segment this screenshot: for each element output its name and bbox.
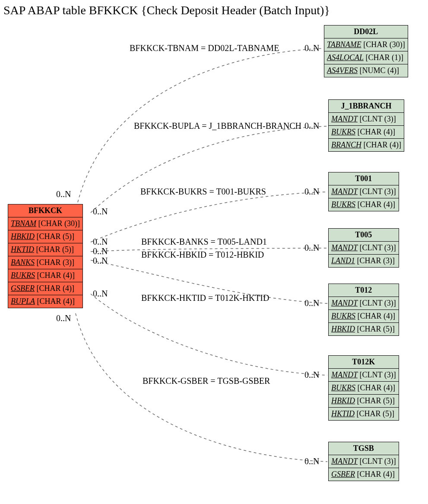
table-row: HBKID [CHAR (5)]: [329, 395, 399, 408]
target-table-t012k: T012KMANDT [CLNT (3)]BUKRS [CHAR (4)]HBK…: [328, 355, 399, 421]
cardinality-source: 0..N: [93, 207, 108, 217]
table-row: LAND1 [CHAR (3)]: [329, 255, 399, 268]
table-row: MANDT [CLNT (3)]: [329, 185, 399, 198]
target-table-j_1bbranch: J_1BBRANCHMANDT [CLNT (3)]BUKRS [CHAR (4…: [328, 99, 404, 152]
table-row: BUKRS [CHAR (4)]: [329, 126, 404, 139]
table-row: HKTID [CHAR (5)]: [8, 243, 83, 256]
target-table-name: DD02L: [324, 26, 408, 38]
cardinality-target: 0..N: [304, 298, 319, 308]
relation-label: BFKKCK-GSBER = TGSB-GSBER: [143, 376, 270, 386]
cardinality-target: 0..N: [304, 370, 319, 380]
relation-label: BFKKCK-TBNAM = DD02L-TABNAME: [130, 43, 279, 53]
table-row: BUKRS [CHAR (4)]: [329, 198, 399, 211]
table-row: HBKID [CHAR (5)]: [329, 323, 399, 336]
table-row: GSBER [CHAR (4)]: [8, 282, 83, 295]
table-row: BRANCH [CHAR (4)]: [329, 139, 404, 152]
table-row: BUKRS [CHAR (4)]: [8, 269, 83, 282]
relation-label: BFKKCK-BANKS = T005-LAND1: [141, 237, 267, 247]
target-table-name: T012K: [329, 356, 399, 369]
target-table-t012: T012MANDT [CLNT (3)]BUKRS [CHAR (4)]HBKI…: [328, 284, 399, 336]
table-row: BUKRS [CHAR (4)]: [329, 382, 399, 395]
cardinality-target: 0..N: [304, 243, 319, 253]
table-row: MANDT [CLNT (3)]: [329, 455, 399, 468]
cardinality-source: 0..N: [93, 256, 108, 266]
relation-label: BFKKCK-BUKRS = T001-BUKRS: [140, 187, 266, 197]
table-row: AS4LOCAL [CHAR (1)]: [324, 51, 408, 64]
target-table-name: T012: [329, 284, 399, 297]
relation-label: BFKKCK-HBKID = T012-HBKID: [141, 250, 264, 260]
table-row: TBNAM [CHAR (30)]: [8, 217, 83, 230]
target-table-name: T005: [329, 229, 399, 242]
target-table-name: TGSB: [329, 442, 399, 455]
table-row: HBKID [CHAR (5)]: [8, 230, 83, 243]
relation-label: BFKKCK-BUPLA = J_1BBRANCH-BRANCH: [134, 121, 301, 131]
target-table-dd02l: DD02LTABNAME [CHAR (30)]AS4LOCAL [CHAR (…: [324, 25, 408, 77]
table-row: MANDT [CLNT (3)]: [329, 242, 399, 255]
cardinality-source: 0..N: [93, 237, 108, 247]
cardinality-source: 0..N: [56, 189, 71, 199]
table-row: HKTID [CHAR (5)]: [329, 408, 399, 421]
cardinality-source: 0..N: [93, 289, 108, 299]
diagram-title: SAP ABAP table BFKKCK {Check Deposit Hea…: [3, 3, 330, 17]
target-table-name: T001: [329, 172, 399, 185]
target-table-t001: T001MANDT [CLNT (3)]BUKRS [CHAR (4)]: [328, 172, 399, 211]
target-table-t005: T005MANDT [CLNT (3)]LAND1 [CHAR (3)]: [328, 228, 399, 268]
table-row: BUPLA [CHAR (4)]: [8, 295, 83, 308]
table-row: MANDT [CLNT (3)]: [329, 297, 399, 310]
table-row: BUKRS [CHAR (4)]: [329, 310, 399, 323]
source-table-name: BFKKCK: [8, 204, 83, 217]
cardinality-source: 0..N: [93, 246, 108, 256]
table-row: MANDT [CLNT (3)]: [329, 113, 404, 126]
table-row: AS4VERS [NUMC (4)]: [324, 64, 408, 77]
target-table-tgsb: TGSBMANDT [CLNT (3)]GSBER [CHAR (4)]: [328, 442, 399, 481]
cardinality-target: 0..N: [304, 121, 319, 131]
cardinality-source: 0..N: [56, 313, 71, 323]
source-table-bfkkck: BFKKCKTBNAM [CHAR (30)]HBKID [CHAR (5)]H…: [8, 204, 83, 308]
table-row: GSBER [CHAR (4)]: [329, 468, 399, 481]
cardinality-target: 0..N: [304, 456, 319, 466]
cardinality-target: 0..N: [304, 43, 319, 53]
cardinality-target: 0..N: [304, 187, 319, 197]
table-row: TABNAME [CHAR (30)]: [324, 38, 408, 51]
target-table-name: J_1BBRANCH: [329, 100, 404, 113]
table-row: MANDT [CLNT (3)]: [329, 369, 399, 382]
relation-label: BFKKCK-HKTID = T012K-HKTID: [141, 293, 269, 303]
table-row: BANKS [CHAR (3)]: [8, 256, 83, 269]
